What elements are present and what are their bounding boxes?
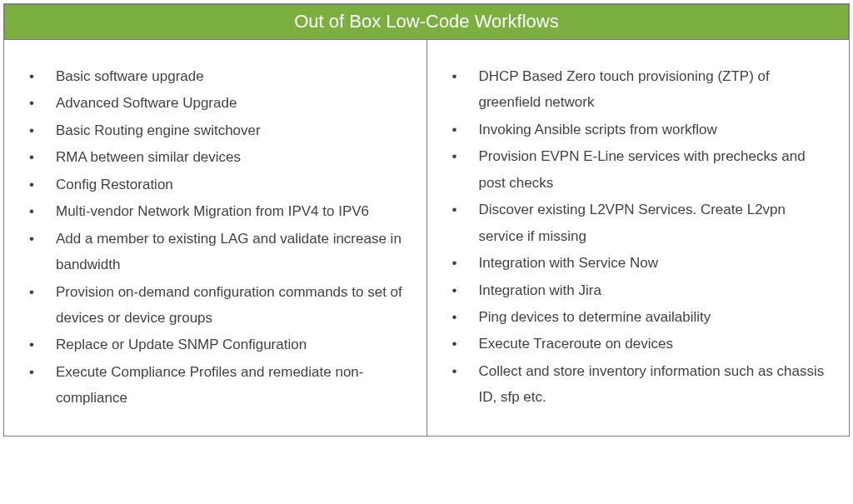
list-item: Basic Routing engine switchover: [22, 117, 408, 143]
table-body: Basic software upgradeAdvanced Software …: [4, 40, 849, 436]
list-item: Provision on-demand configuration comman…: [22, 279, 408, 332]
list-item: Multi-vendor Network Migration from IPV4…: [22, 198, 408, 224]
workflows-table: Out of Box Low-Code Workflows Basic soft…: [3, 3, 850, 437]
left-column: Basic software upgradeAdvanced Software …: [4, 40, 427, 436]
list-item: DHCP Based Zero touch provisioning (ZTP)…: [446, 63, 831, 116]
list-item: Execute Traceroute on devices: [446, 331, 831, 357]
left-list: Basic software upgradeAdvanced Software …: [22, 63, 408, 412]
list-item: Add a member to existing LAG and validat…: [22, 226, 408, 278]
list-item: Advanced Software Upgrade: [22, 90, 408, 116]
list-item: Invoking Ansible scripts from workflow: [446, 117, 831, 142]
list-item: Discover existing L2VPN Services. Create…: [446, 197, 831, 249]
list-item: Collect and store inventory information …: [446, 358, 831, 411]
list-item: Config Restoration: [22, 172, 408, 197]
list-item: Integration with Service Now: [446, 250, 831, 276]
list-item: RMA between similar devices: [22, 144, 408, 170]
right-column: DHCP Based Zero touch provisioning (ZTP)…: [427, 40, 850, 436]
list-item: Replace or Update SNMP Configuration: [22, 332, 408, 357]
list-item: Integration with Jira: [446, 277, 831, 303]
right-list: DHCP Based Zero touch provisioning (ZTP)…: [446, 63, 831, 411]
list-item: Basic software upgrade: [22, 63, 408, 89]
list-item: Execute Compliance Profiles and remediat…: [22, 359, 408, 412]
table-title: Out of Box Low-Code Workflows: [294, 11, 559, 32]
list-item: Provision EVPN E-Line services with prec…: [446, 143, 831, 196]
table-header: Out of Box Low-Code Workflows: [4, 4, 849, 40]
list-item: Ping devices to determine availability: [446, 304, 831, 330]
